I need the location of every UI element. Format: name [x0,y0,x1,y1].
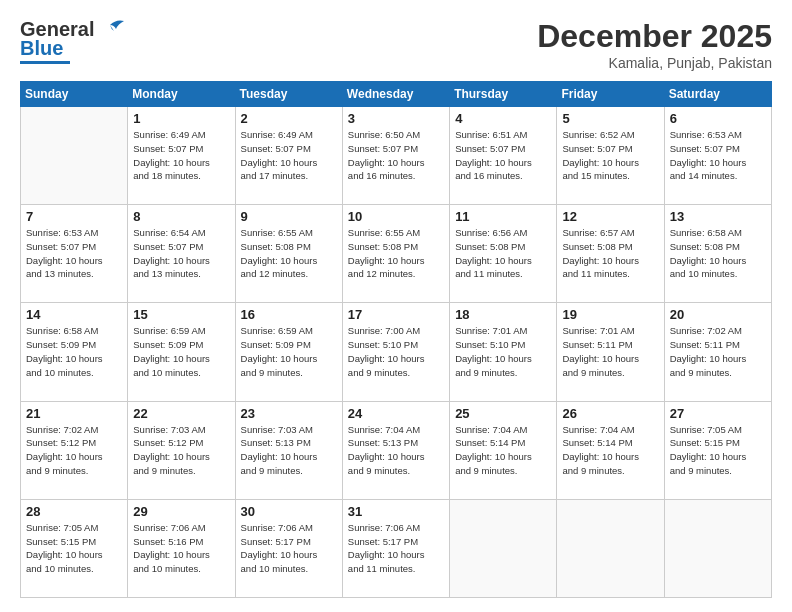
day-number: 10 [348,209,444,224]
table-row: 16Sunrise: 6:59 AM Sunset: 5:09 PM Dayli… [235,303,342,401]
table-row: 26Sunrise: 7:04 AM Sunset: 5:14 PM Dayli… [557,401,664,499]
day-number: 31 [348,504,444,519]
day-number: 11 [455,209,551,224]
day-number: 25 [455,406,551,421]
day-number: 16 [241,307,337,322]
logo-bird-icon [96,19,124,41]
day-number: 17 [348,307,444,322]
day-info: Sunrise: 6:57 AM Sunset: 5:08 PM Dayligh… [562,226,658,281]
calendar-week-row: 14Sunrise: 6:58 AM Sunset: 5:09 PM Dayli… [21,303,772,401]
day-number: 9 [241,209,337,224]
day-number: 7 [26,209,122,224]
col-thursday: Thursday [450,82,557,107]
day-number: 14 [26,307,122,322]
day-info: Sunrise: 7:02 AM Sunset: 5:11 PM Dayligh… [670,324,766,379]
table-row: 28Sunrise: 7:05 AM Sunset: 5:15 PM Dayli… [21,499,128,597]
table-row: 11Sunrise: 6:56 AM Sunset: 5:08 PM Dayli… [450,205,557,303]
table-row: 7Sunrise: 6:53 AM Sunset: 5:07 PM Daylig… [21,205,128,303]
table-row: 2Sunrise: 6:49 AM Sunset: 5:07 PM Daylig… [235,107,342,205]
calendar-week-row: 1Sunrise: 6:49 AM Sunset: 5:07 PM Daylig… [21,107,772,205]
day-number: 19 [562,307,658,322]
calendar-week-row: 28Sunrise: 7:05 AM Sunset: 5:15 PM Dayli… [21,499,772,597]
location-subtitle: Kamalia, Punjab, Pakistan [537,55,772,71]
day-info: Sunrise: 6:49 AM Sunset: 5:07 PM Dayligh… [133,128,229,183]
day-info: Sunrise: 6:55 AM Sunset: 5:08 PM Dayligh… [348,226,444,281]
table-row: 15Sunrise: 6:59 AM Sunset: 5:09 PM Dayli… [128,303,235,401]
day-number: 22 [133,406,229,421]
day-info: Sunrise: 7:05 AM Sunset: 5:15 PM Dayligh… [670,423,766,478]
table-row: 22Sunrise: 7:03 AM Sunset: 5:12 PM Dayli… [128,401,235,499]
day-number: 30 [241,504,337,519]
col-monday: Monday [128,82,235,107]
day-info: Sunrise: 7:02 AM Sunset: 5:12 PM Dayligh… [26,423,122,478]
day-info: Sunrise: 7:04 AM Sunset: 5:14 PM Dayligh… [455,423,551,478]
calendar-header-row: Sunday Monday Tuesday Wednesday Thursday… [21,82,772,107]
table-row: 13Sunrise: 6:58 AM Sunset: 5:08 PM Dayli… [664,205,771,303]
day-number: 20 [670,307,766,322]
day-number: 15 [133,307,229,322]
table-row: 9Sunrise: 6:55 AM Sunset: 5:08 PM Daylig… [235,205,342,303]
title-section: December 2025 Kamalia, Punjab, Pakistan [537,18,772,71]
table-row: 31Sunrise: 7:06 AM Sunset: 5:17 PM Dayli… [342,499,449,597]
day-number: 2 [241,111,337,126]
table-row: 27Sunrise: 7:05 AM Sunset: 5:15 PM Dayli… [664,401,771,499]
table-row: 1Sunrise: 6:49 AM Sunset: 5:07 PM Daylig… [128,107,235,205]
col-tuesday: Tuesday [235,82,342,107]
table-row: 3Sunrise: 6:50 AM Sunset: 5:07 PM Daylig… [342,107,449,205]
day-info: Sunrise: 6:52 AM Sunset: 5:07 PM Dayligh… [562,128,658,183]
table-row: 30Sunrise: 7:06 AM Sunset: 5:17 PM Dayli… [235,499,342,597]
day-number: 12 [562,209,658,224]
day-info: Sunrise: 6:59 AM Sunset: 5:09 PM Dayligh… [133,324,229,379]
calendar-week-row: 21Sunrise: 7:02 AM Sunset: 5:12 PM Dayli… [21,401,772,499]
table-row: 23Sunrise: 7:03 AM Sunset: 5:13 PM Dayli… [235,401,342,499]
day-info: Sunrise: 6:55 AM Sunset: 5:08 PM Dayligh… [241,226,337,281]
day-info: Sunrise: 6:51 AM Sunset: 5:07 PM Dayligh… [455,128,551,183]
day-number: 18 [455,307,551,322]
day-info: Sunrise: 7:06 AM Sunset: 5:17 PM Dayligh… [348,521,444,576]
day-number: 29 [133,504,229,519]
day-info: Sunrise: 6:53 AM Sunset: 5:07 PM Dayligh… [26,226,122,281]
table-row: 10Sunrise: 6:55 AM Sunset: 5:08 PM Dayli… [342,205,449,303]
table-row: 18Sunrise: 7:01 AM Sunset: 5:10 PM Dayli… [450,303,557,401]
logo-blue-text: Blue [20,37,63,60]
day-info: Sunrise: 7:01 AM Sunset: 5:11 PM Dayligh… [562,324,658,379]
day-number: 27 [670,406,766,421]
table-row: 14Sunrise: 6:58 AM Sunset: 5:09 PM Dayli… [21,303,128,401]
day-info: Sunrise: 7:06 AM Sunset: 5:17 PM Dayligh… [241,521,337,576]
table-row: 20Sunrise: 7:02 AM Sunset: 5:11 PM Dayli… [664,303,771,401]
day-number: 5 [562,111,658,126]
table-row: 24Sunrise: 7:04 AM Sunset: 5:13 PM Dayli… [342,401,449,499]
day-info: Sunrise: 7:04 AM Sunset: 5:14 PM Dayligh… [562,423,658,478]
day-info: Sunrise: 7:04 AM Sunset: 5:13 PM Dayligh… [348,423,444,478]
col-sunday: Sunday [21,82,128,107]
calendar-week-row: 7Sunrise: 6:53 AM Sunset: 5:07 PM Daylig… [21,205,772,303]
day-number: 6 [670,111,766,126]
table-row: 5Sunrise: 6:52 AM Sunset: 5:07 PM Daylig… [557,107,664,205]
logo-bottom: Blue [20,37,67,60]
table-row: 12Sunrise: 6:57 AM Sunset: 5:08 PM Dayli… [557,205,664,303]
day-info: Sunrise: 6:49 AM Sunset: 5:07 PM Dayligh… [241,128,337,183]
day-info: Sunrise: 7:00 AM Sunset: 5:10 PM Dayligh… [348,324,444,379]
day-number: 1 [133,111,229,126]
table-row: 4Sunrise: 6:51 AM Sunset: 5:07 PM Daylig… [450,107,557,205]
table-row: 19Sunrise: 7:01 AM Sunset: 5:11 PM Dayli… [557,303,664,401]
day-number: 21 [26,406,122,421]
table-row: 29Sunrise: 7:06 AM Sunset: 5:16 PM Dayli… [128,499,235,597]
table-row [664,499,771,597]
day-info: Sunrise: 7:03 AM Sunset: 5:12 PM Dayligh… [133,423,229,478]
table-row: 25Sunrise: 7:04 AM Sunset: 5:14 PM Dayli… [450,401,557,499]
calendar-table: Sunday Monday Tuesday Wednesday Thursday… [20,81,772,598]
day-number: 4 [455,111,551,126]
day-number: 28 [26,504,122,519]
day-info: Sunrise: 6:53 AM Sunset: 5:07 PM Dayligh… [670,128,766,183]
day-number: 23 [241,406,337,421]
day-number: 26 [562,406,658,421]
day-number: 24 [348,406,444,421]
col-wednesday: Wednesday [342,82,449,107]
day-number: 13 [670,209,766,224]
day-info: Sunrise: 7:03 AM Sunset: 5:13 PM Dayligh… [241,423,337,478]
day-info: Sunrise: 7:06 AM Sunset: 5:16 PM Dayligh… [133,521,229,576]
table-row: 21Sunrise: 7:02 AM Sunset: 5:12 PM Dayli… [21,401,128,499]
day-info: Sunrise: 7:05 AM Sunset: 5:15 PM Dayligh… [26,521,122,576]
header: General Blue December 2025 Kamalia, Punj… [20,18,772,71]
